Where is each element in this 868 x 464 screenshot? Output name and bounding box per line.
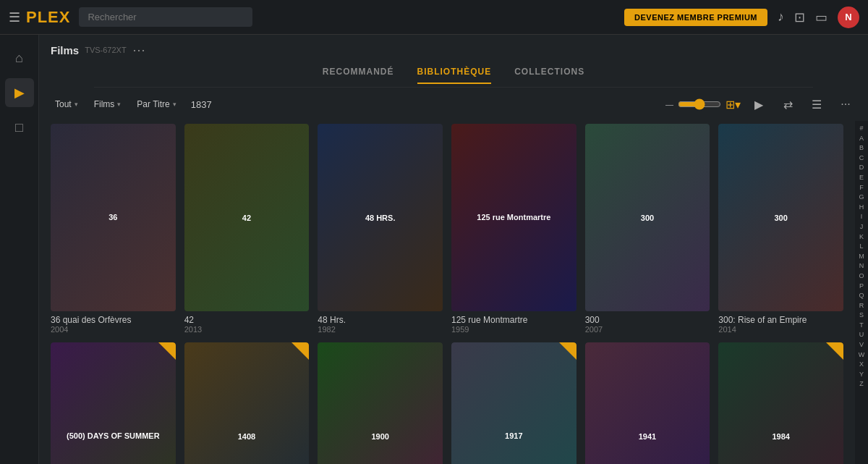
movie-poster-placeholder: 1408: [184, 342, 310, 464]
filter-tout-caret: ▾: [75, 101, 78, 108]
alpha-letter[interactable]: J: [860, 222, 864, 232]
content-header: Films TVS-672XT ⋯ RECOMMANDÉ BIBLIOTHÈQU…: [39, 35, 868, 88]
tab-bibliotheque[interactable]: BIBLIOTHÈQUE: [417, 67, 492, 84]
filter-par-titre-button[interactable]: Par Titre ▾: [132, 97, 180, 111]
alpha-letter[interactable]: Z: [859, 379, 864, 389]
movie-card[interactable]: 191719172019: [451, 342, 576, 464]
movie-badge: [158, 342, 176, 360]
alpha-letter[interactable]: #: [859, 124, 863, 133]
alpha-letter[interactable]: Q: [859, 291, 864, 300]
shuffle-button[interactable]: ⇄: [777, 93, 799, 115]
tabs-row: RECOMMANDÉ BIBLIOTHÈQUE COLLECTIONS: [94, 61, 813, 88]
logo-area: ☰ PLEX: [9, 8, 70, 27]
alpha-letter[interactable]: N: [859, 261, 864, 271]
sidebar-item-films[interactable]: ▶: [5, 78, 34, 107]
slider-row: — ⊞▾: [665, 98, 741, 111]
movie-poster-placeholder: 1984: [718, 342, 843, 464]
content-area: Films TVS-672XT ⋯ RECOMMANDÉ BIBLIOTHÈQU…: [39, 35, 868, 464]
movie-year: 2007: [585, 325, 710, 334]
alpha-letter[interactable]: G: [859, 193, 864, 202]
movie-card[interactable]: 3003002007: [585, 124, 710, 334]
alpha-letter[interactable]: F: [859, 183, 864, 193]
more-button[interactable]: ···: [835, 93, 856, 115]
tab-recommande[interactable]: RECOMMANDÉ: [323, 67, 394, 84]
list-button[interactable]: ☰: [806, 93, 827, 115]
movie-year: 1982: [318, 325, 443, 334]
filter-tout-button[interactable]: Tout ▾: [51, 97, 82, 111]
library-title: Films: [51, 44, 79, 56]
movie-poster-placeholder: 1917: [451, 342, 576, 464]
movie-title: 36 quai des Orfèvres: [51, 315, 176, 325]
alpha-letter[interactable]: O: [859, 271, 864, 281]
movie-poster-placeholder: 42: [184, 124, 310, 311]
filter-films-label: Films: [94, 99, 115, 109]
movie-card[interactable]: 140814082007: [184, 342, 310, 464]
tab-collections[interactable]: COLLECTIONS: [514, 67, 584, 84]
movie-card[interactable]: 300300: Rise of an Empire2014: [718, 124, 843, 334]
premium-button[interactable]: DEVENEZ MEMBRE PREMIUM: [624, 9, 767, 26]
movie-title: 300: [585, 315, 710, 325]
sidebar-item-home[interactable]: ⌂: [5, 43, 34, 72]
movie-card[interactable]: 194119411979: [585, 342, 710, 464]
avatar[interactable]: N: [838, 7, 859, 28]
filter-films-caret: ▾: [117, 101, 121, 108]
grid-view-button[interactable]: ⊞▾: [726, 98, 741, 111]
movie-card[interactable]: 3636 quai des Orfèvres2004: [51, 124, 176, 334]
movie-poster-placeholder: 125 rue Montmartre: [451, 124, 576, 311]
filter-par-titre-label: Par Titre: [137, 99, 169, 109]
alpha-letter[interactable]: X: [859, 360, 864, 369]
movie-card[interactable]: 125 rue Montmartre125 rue Montmartre1959: [451, 124, 576, 334]
alpha-letter[interactable]: W: [859, 350, 865, 360]
alpha-letter[interactable]: L: [859, 242, 863, 251]
movie-card[interactable]: 198419841984: [718, 342, 843, 464]
alpha-letter[interactable]: Y: [859, 370, 864, 379]
movie-card[interactable]: 42422013: [184, 124, 310, 334]
filter-tout-label: Tout: [55, 99, 72, 109]
alpha-letter[interactable]: U: [859, 330, 864, 339]
alpha-letter[interactable]: C: [859, 153, 864, 163]
alpha-letter[interactable]: R: [859, 301, 864, 311]
alpha-letter[interactable]: K: [859, 232, 864, 242]
top-nav-right: DEVENEZ MEMBRE PREMIUM ♪ ⊡ ▭ N: [624, 7, 859, 28]
top-navigation: ☰ PLEX DEVENEZ MEMBRE PREMIUM ♪ ⊡ ▭ N: [0, 0, 868, 35]
slider-track-start: —: [665, 100, 673, 109]
alpha-letter[interactable]: D: [859, 163, 864, 172]
alpha-letter[interactable]: A: [859, 134, 864, 143]
film-icon: ▶: [14, 85, 25, 101]
size-slider[interactable]: [678, 98, 721, 110]
menu-icon[interactable]: ☰: [9, 9, 20, 25]
movies-scroll[interactable]: 3636 quai des Orfèvres20044242201348 HRS…: [39, 121, 855, 464]
movie-card[interactable]: 190019001976: [318, 342, 443, 464]
movie-poster-placeholder: 300: [585, 124, 710, 311]
screen-icon[interactable]: ▭: [815, 9, 827, 25]
movie-title: 48 Hrs.: [318, 315, 443, 325]
count-label: 1837: [191, 99, 212, 110]
alpha-letter[interactable]: M: [859, 252, 864, 261]
movie-year: 2014: [718, 325, 843, 334]
library-subtitle: TVS-672XT: [85, 46, 126, 54]
activity-icon[interactable]: ♪: [778, 9, 784, 25]
filter-films-button[interactable]: Films ▾: [90, 97, 126, 111]
cast-icon[interactable]: ⊡: [794, 9, 805, 25]
alpha-letter[interactable]: E: [859, 173, 864, 182]
alpha-letter[interactable]: H: [859, 203, 864, 212]
play-all-button[interactable]: ▶: [748, 93, 770, 115]
alpha-letter[interactable]: T: [859, 321, 864, 330]
alpha-letter[interactable]: S: [859, 311, 864, 320]
movie-poster-placeholder: 48 HRS.: [318, 124, 443, 311]
library-options-icon[interactable]: ⋯: [132, 42, 145, 58]
movie-poster-placeholder: (500) DAYS OF SUMMER: [51, 342, 176, 464]
sidebar-item-tv[interactable]: □: [5, 113, 34, 142]
alpha-letter[interactable]: V: [859, 340, 864, 350]
movie-title: 125 rue Montmartre: [451, 315, 576, 325]
movie-card[interactable]: 48 HRS.48 Hrs.1982: [318, 124, 443, 334]
alpha-letter[interactable]: I: [861, 212, 863, 222]
search-input[interactable]: [79, 7, 252, 27]
alpha-letter[interactable]: P: [859, 282, 864, 291]
movies-grid: 3636 quai des Orfèvres20044242201348 HRS…: [51, 124, 843, 464]
movie-poster-placeholder: 300: [718, 124, 843, 311]
alpha-index[interactable]: #ABCDEFGHIJKLMNOPQRSTUVWXYZ: [855, 121, 868, 464]
alpha-letter[interactable]: B: [859, 143, 864, 153]
movie-year: 2013: [184, 325, 310, 334]
movie-card[interactable]: (500) DAYS OF SUMMER(500) Days of Summer…: [51, 342, 176, 464]
